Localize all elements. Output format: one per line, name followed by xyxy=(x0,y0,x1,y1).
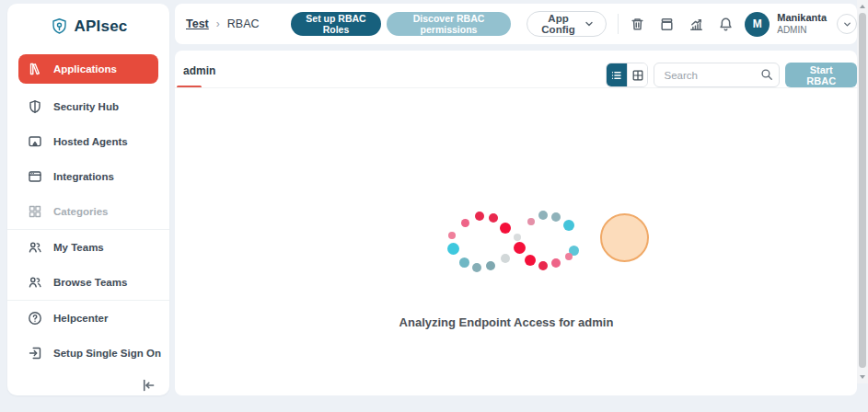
user-role: ADMIN xyxy=(777,25,827,36)
content-controls: Start RBAC xyxy=(606,63,857,87)
loader-dot xyxy=(551,212,561,222)
sidebar-item-applications[interactable]: Applications xyxy=(18,54,158,84)
sidebar-item-label: Setup Single Sign On xyxy=(53,348,161,359)
browse-teams-icon xyxy=(28,275,42,290)
loader-dot xyxy=(500,223,511,234)
sidebar: APIsec ApplicationsSecurity HubHosted Ag… xyxy=(7,4,169,395)
search-box xyxy=(654,63,780,87)
loader-dot xyxy=(514,242,526,254)
content-panel: admin xyxy=(175,51,857,395)
sidebar-item-label: My Teams xyxy=(53,242,104,253)
topbar: Test › RBAC Set up RBAC Roles Discover R… xyxy=(175,4,857,44)
my-teams-icon xyxy=(28,240,42,255)
sidebar-item-security-hub[interactable]: Security Hub xyxy=(18,89,158,124)
loader-dot xyxy=(489,213,498,223)
user-menu: M Manikanta ADMIN xyxy=(745,12,857,37)
archive-icon[interactable] xyxy=(659,17,675,32)
user-menu-chevron-button[interactable] xyxy=(837,14,857,34)
app-config-dropdown[interactable]: App Config xyxy=(527,11,608,37)
search-icon xyxy=(760,68,773,81)
analytics-icon[interactable] xyxy=(689,17,704,32)
loader-dot xyxy=(501,254,510,263)
grid-view-icon xyxy=(631,69,644,82)
scrollbar[interactable] xyxy=(857,0,868,383)
sidebar-collapse-row xyxy=(7,371,169,394)
hosted-agents-icon xyxy=(28,134,42,149)
grid-view-button[interactable] xyxy=(627,63,647,86)
scroll-down-arrow-icon[interactable] xyxy=(860,375,865,379)
loader-dot xyxy=(472,263,481,272)
breadcrumb-current: RBAC xyxy=(227,17,260,30)
sidebar-item-integrations[interactable]: Integrations xyxy=(18,159,158,194)
sidebar-item-my-teams[interactable]: My Teams xyxy=(18,230,158,265)
loader-dot xyxy=(486,261,495,270)
loading-dots-spinner xyxy=(444,208,582,274)
breadcrumb-link-test[interactable]: Test xyxy=(186,17,209,30)
loader-dot xyxy=(551,258,561,268)
view-toggle xyxy=(606,63,648,87)
topbar-action-icons xyxy=(630,17,734,32)
role-circle xyxy=(600,213,649,262)
loader-dot xyxy=(538,211,548,220)
list-view-button[interactable] xyxy=(607,63,627,86)
user-meta: Manikanta ADMIN xyxy=(777,12,827,35)
status-text: Analyzing Endpoint Access for admin xyxy=(175,315,838,329)
sidebar-item-label: Browse Teams xyxy=(53,277,127,288)
categories-icon xyxy=(28,204,42,219)
discover-rbac-permissions-button[interactable]: Discover RBAC permissions xyxy=(387,12,510,36)
integrations-icon xyxy=(28,169,42,184)
chevron-down-icon xyxy=(584,18,595,29)
helpcenter-icon xyxy=(28,311,42,326)
loader-dot xyxy=(461,219,469,227)
start-rbac-button[interactable]: Start RBAC xyxy=(785,63,857,87)
avatar[interactable]: M xyxy=(745,12,770,37)
loader-dot xyxy=(514,234,521,241)
sidebar-item-categories: Categories xyxy=(18,194,158,229)
list-view-icon xyxy=(610,69,623,82)
security-hub-icon xyxy=(28,99,42,114)
loader-dot xyxy=(459,258,469,268)
trash-icon[interactable] xyxy=(630,17,645,32)
sidebar-item-label: Applications xyxy=(53,63,117,74)
loader-dot xyxy=(563,220,574,231)
sidebar-item-label: Security Hub xyxy=(53,101,119,112)
user-name: Manikanta xyxy=(777,12,827,24)
sso-icon xyxy=(28,346,42,360)
brand-logo[interactable]: APIsec xyxy=(7,4,169,50)
loader-dot xyxy=(525,255,536,266)
collapse-left-icon[interactable] xyxy=(140,377,156,394)
sidebar-item-setup-single-sign-on[interactable]: Setup Single Sign On xyxy=(18,336,158,371)
sidebar-item-helpcenter[interactable]: Helpcenter xyxy=(18,301,158,336)
sidebar-item-hosted-agents[interactable]: Hosted Agents xyxy=(18,124,158,159)
brand-name: APIsec xyxy=(75,17,128,36)
tabs-border xyxy=(175,87,857,88)
sidebar-item-label: Hosted Agents xyxy=(53,136,128,147)
chevron-down-icon xyxy=(842,19,852,29)
breadcrumb: Test › RBAC xyxy=(186,17,260,30)
loader-dot xyxy=(565,253,573,260)
applications-icon xyxy=(28,62,42,76)
topbar-divider xyxy=(618,14,619,34)
tab-admin[interactable]: admin xyxy=(183,64,215,77)
app-config-label: App Config xyxy=(538,13,579,35)
loader-dot xyxy=(527,218,535,225)
sidebar-nav: ApplicationsSecurity HubHosted AgentsInt… xyxy=(7,50,169,371)
loader-dot xyxy=(475,212,484,221)
sidebar-item-label: Categories xyxy=(53,206,108,217)
loader-dot xyxy=(538,261,548,270)
bell-icon[interactable] xyxy=(718,17,734,32)
scroll-up-arrow-icon[interactable] xyxy=(860,5,865,8)
shield-logo-icon xyxy=(50,17,69,37)
sidebar-item-label: Helpcenter xyxy=(53,313,108,324)
breadcrumb-separator-icon: › xyxy=(216,17,220,30)
setup-rbac-roles-button[interactable]: Set up RBAC Roles xyxy=(291,12,382,36)
sidebar-item-browse-teams[interactable]: Browse Teams xyxy=(18,265,158,300)
scrollbar-thumb[interactable] xyxy=(859,13,866,368)
loader-dot xyxy=(447,243,459,255)
loader-dot xyxy=(448,232,456,239)
sidebar-item-label: Integrations xyxy=(53,171,114,182)
